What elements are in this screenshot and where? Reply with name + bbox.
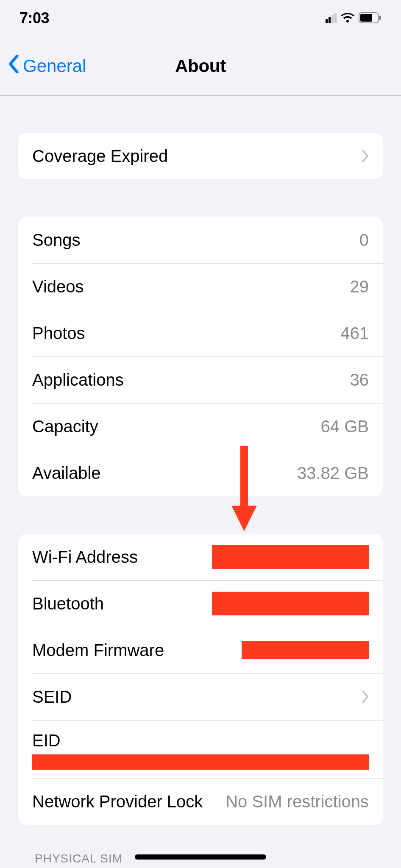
wifi-icon <box>341 9 354 27</box>
row-eid: EID <box>18 720 383 778</box>
videos-label: Videos <box>32 277 84 296</box>
row-songs: Songs 0 <box>18 217 383 263</box>
eid-label: EID <box>32 731 369 750</box>
row-wifi-address: Wi-Fi Address <box>18 534 383 580</box>
seid-label: SEID <box>32 687 72 707</box>
row-bluetooth: Bluetooth <box>18 580 383 627</box>
available-label: Available <box>32 464 101 483</box>
battery-icon <box>359 9 382 27</box>
redacted-value <box>32 754 369 770</box>
coverage-label: Coverage Expired <box>32 147 168 166</box>
songs-label: Songs <box>32 231 80 250</box>
row-applications: Applications 36 <box>18 356 383 403</box>
photos-value: 461 <box>340 324 369 343</box>
chevron-right-icon <box>361 690 369 703</box>
row-capacity: Capacity 64 GB <box>18 403 383 450</box>
bluetooth-label: Bluetooth <box>32 594 104 613</box>
redacted-value <box>212 592 369 615</box>
capacity-value: 64 GB <box>321 417 369 436</box>
nav-bar: General About <box>0 36 401 96</box>
group-network-ids: Wi-Fi Address Bluetooth Modem Firmware S… <box>18 534 383 825</box>
row-network-provider-lock: Network Provider Lock No SIM restriction… <box>18 778 383 825</box>
row-modem-firmware: Modem Firmware <box>18 627 383 673</box>
group-coverage: Coverage Expired <box>18 133 383 179</box>
status-time: 7:03 <box>19 9 49 27</box>
applications-value: 36 <box>350 370 369 389</box>
group-storage: Songs 0 Videos 29 Photos 461 Application… <box>18 217 383 496</box>
chevron-left-icon <box>8 55 20 78</box>
row-available: Available 33.82 GB <box>18 450 383 496</box>
photos-label: Photos <box>32 324 85 343</box>
section-header-physical-sim: PHYSICAL SIM <box>35 852 123 865</box>
modem-firmware-label: Modem Firmware <box>32 641 164 660</box>
svg-rect-2 <box>379 16 381 20</box>
row-seid[interactable]: SEID <box>18 673 383 720</box>
cellular-icon <box>326 13 337 23</box>
content[interactable]: Coverage Expired Songs 0 Videos 29 Photo… <box>0 96 401 868</box>
redacted-value <box>242 641 369 659</box>
row-videos: Videos 29 <box>18 263 383 310</box>
chevron-right-icon <box>361 150 369 162</box>
available-value: 33.82 GB <box>297 464 369 483</box>
home-indicator[interactable] <box>135 854 266 860</box>
status-indicators <box>326 9 382 27</box>
back-button[interactable]: General <box>8 55 86 78</box>
page-title: About <box>175 56 226 76</box>
row-coverage-expired[interactable]: Coverage Expired <box>18 133 383 179</box>
redacted-value <box>212 545 369 569</box>
songs-value: 0 <box>359 231 369 250</box>
row-photos: Photos 461 <box>18 310 383 356</box>
applications-label: Applications <box>32 370 124 389</box>
npl-label: Network Provider Lock <box>32 792 203 811</box>
npl-value: No SIM restrictions <box>226 792 369 811</box>
status-bar: 7:03 <box>0 0 401 36</box>
back-label: General <box>23 56 86 76</box>
capacity-label: Capacity <box>32 417 98 436</box>
wifi-address-label: Wi-Fi Address <box>32 548 138 567</box>
videos-value: 29 <box>350 277 369 296</box>
svg-rect-1 <box>360 14 372 22</box>
